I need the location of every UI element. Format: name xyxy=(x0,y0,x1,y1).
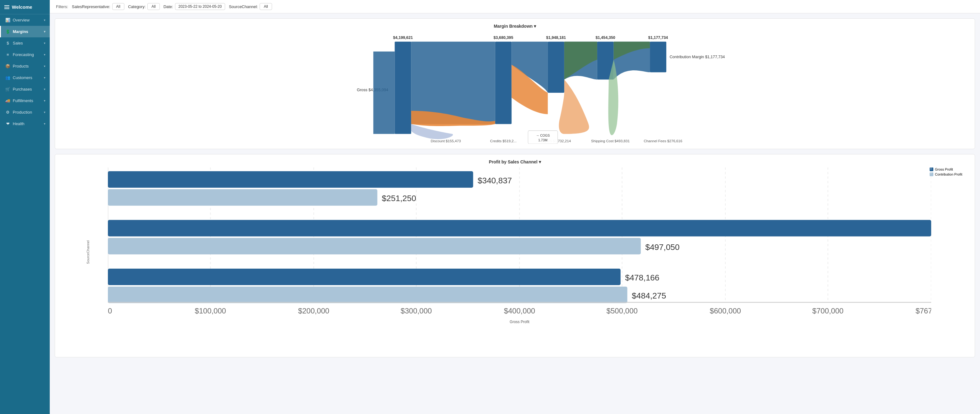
sidebar-item-forecasting[interactable]: ≡ Forecasting ▾ xyxy=(0,49,50,61)
svg-rect-33 xyxy=(108,220,931,237)
svg-text:$1,454,350: $1,454,350 xyxy=(595,35,615,40)
svg-text:Contribution Margin $1,177,734: Contribution Margin $1,177,734 xyxy=(670,55,725,59)
filter-btn-2[interactable]: 2023-05-22 to 2024-05-20 xyxy=(175,3,225,10)
svg-rect-4 xyxy=(548,42,564,93)
svg-text:$484,275: $484,275 xyxy=(632,291,666,301)
sidebar-arrow-customers: ▾ xyxy=(44,76,45,79)
sales-icon: $ xyxy=(5,41,10,45)
sidebar-label-sales: Sales xyxy=(13,41,41,45)
fulfillments-icon: 🚚 xyxy=(5,98,10,103)
sidebar-item-fulfillments[interactable]: 🚚 Fulfillments ▾ xyxy=(0,95,50,107)
svg-rect-31 xyxy=(108,189,377,206)
sidebar-label-fulfillments: Fulfillments xyxy=(13,98,41,103)
svg-text:$497,050: $497,050 xyxy=(645,243,679,252)
sidebar-item-health[interactable]: ❤ Health ▾ xyxy=(0,118,50,129)
svg-rect-8 xyxy=(650,42,666,72)
filter-btn-1[interactable]: All xyxy=(147,3,159,10)
products-icon: 📦 xyxy=(5,64,10,69)
svg-text:Credits $519,2...: Credits $519,2... xyxy=(490,139,516,143)
sidebar-header[interactable]: Welcome xyxy=(0,0,50,14)
health-icon: ❤ xyxy=(5,121,10,126)
svg-text:$251,250: $251,250 xyxy=(382,193,416,203)
filter-name-0: SalesRepresentative: xyxy=(72,4,110,9)
sidebar-label-margins: Margins xyxy=(13,29,41,34)
svg-text:$400,000: $400,000 xyxy=(504,307,535,315)
svg-text:$700,000: $700,000 xyxy=(812,307,843,315)
svg-text:$600,000: $600,000 xyxy=(710,307,741,315)
sidebar-label-forecasting: Forecasting xyxy=(13,52,41,57)
sidebar-arrow-forecasting: ▾ xyxy=(44,53,45,56)
svg-text:→ COGS: → COGS xyxy=(536,134,550,137)
sidebar-item-margins[interactable]: 💲 Margins ▾ xyxy=(0,26,50,37)
sidebar-item-overview[interactable]: 📊 Overview ▾ xyxy=(0,14,50,26)
svg-rect-17 xyxy=(528,131,557,144)
svg-rect-37 xyxy=(108,269,620,285)
main-content: Filters: SalesRepresentative: All Catego… xyxy=(50,0,980,414)
svg-text:$0: $0 xyxy=(108,307,112,315)
sidebar-label-customers: Customers xyxy=(13,75,41,80)
svg-text:Discount $155,473: Discount $155,473 xyxy=(431,139,461,143)
sankey-chart: $4,199,621 $3,680,395 $1,948,181 $1,454,… xyxy=(61,32,969,144)
sidebar-item-sales[interactable]: $ Sales ▾ xyxy=(0,37,50,49)
sidebar-arrow-production: ▾ xyxy=(44,110,45,114)
svg-rect-29 xyxy=(108,171,473,188)
margins-icon: 💲 xyxy=(5,29,10,34)
sankey-title: Margin Breakdown ▾ xyxy=(61,24,969,29)
svg-text:$478,166: $478,166 xyxy=(625,273,659,282)
sidebar-arrow-fulfillments: ▾ xyxy=(44,99,45,102)
sidebar-label-purchases: Purchases xyxy=(13,87,41,91)
sidebar-arrow-purchases: ▾ xyxy=(44,88,45,91)
filters-label: Filters: xyxy=(56,4,68,9)
app-title: Welcome xyxy=(12,4,32,10)
filter-items: SalesRepresentative: All Category: All D… xyxy=(72,3,272,10)
svg-text:$1,177,734: $1,177,734 xyxy=(648,35,668,40)
overview-icon: 📊 xyxy=(5,18,10,22)
sidebar-arrow-margins: ▾ xyxy=(44,30,45,33)
sidebar-item-production[interactable]: ⚙ Production ▾ xyxy=(0,107,50,118)
svg-text:$1,948,181: $1,948,181 xyxy=(546,35,566,40)
filter-group-1: Category: All xyxy=(128,3,160,10)
svg-rect-39 xyxy=(108,287,627,303)
svg-text:$100,000: $100,000 xyxy=(195,307,226,315)
customers-icon: 👥 xyxy=(5,75,10,80)
filter-group-2: Date: 2023-05-22 to 2024-05-20 xyxy=(164,3,226,10)
bar-chart-svg: $340,837 $251,250 $767,609 $497,050 $478… xyxy=(108,168,931,317)
sidebar-arrow-overview: ▾ xyxy=(44,18,45,22)
svg-text:Channel Fees $276,616: Channel Fees $276,616 xyxy=(644,139,682,143)
sankey-panel: Margin Breakdown ▾ $4,199,621 $3,680,395… xyxy=(55,18,975,149)
svg-rect-2 xyxy=(495,42,511,124)
sidebar-label-production: Production xyxy=(13,110,41,115)
sidebar-arrow-products: ▾ xyxy=(44,64,45,68)
svg-text:$200,000: $200,000 xyxy=(298,307,329,315)
sidebar-item-purchases[interactable]: 🛒 Purchases ▾ xyxy=(0,83,50,95)
bar-chart-area: Gross Profit Contribution Profit SourceC… xyxy=(61,168,969,352)
sidebar-label-overview: Overview xyxy=(13,18,41,22)
sidebar-arrow-sales: ▾ xyxy=(44,42,45,45)
filter-bar: Filters: SalesRepresentative: All Catego… xyxy=(50,0,980,13)
filter-group-0: SalesRepresentative: All xyxy=(72,3,124,10)
svg-text:$340,837: $340,837 xyxy=(477,176,512,185)
svg-rect-0 xyxy=(395,42,411,134)
svg-text:$4,199,621: $4,199,621 xyxy=(393,35,413,40)
hamburger-icon[interactable] xyxy=(4,5,10,9)
filter-name-2: Date: xyxy=(164,4,173,9)
x-axis-label: Gross Profit xyxy=(108,320,931,324)
sidebar: Welcome 📊 Overview ▾ 💲 Margins ▾ $ Sales… xyxy=(0,0,50,414)
filter-btn-0[interactable]: All xyxy=(112,3,124,10)
svg-rect-35 xyxy=(108,238,641,254)
svg-text:Shipping Cost $493,831: Shipping Cost $493,831 xyxy=(591,139,630,143)
svg-text:1.73M: 1.73M xyxy=(538,138,547,142)
content-area: Margin Breakdown ▾ $4,199,621 $3,680,395… xyxy=(50,13,980,414)
filter-group-3: SourceChannel: All xyxy=(229,3,272,10)
svg-text:$500,000: $500,000 xyxy=(606,307,638,315)
sidebar-item-products[interactable]: 📦 Products ▾ xyxy=(0,61,50,72)
svg-text:$300,000: $300,000 xyxy=(401,307,432,315)
sidebar-item-customers[interactable]: 👥 Customers ▾ xyxy=(0,72,50,83)
filter-btn-3[interactable]: All xyxy=(259,3,272,10)
bar-chart-title: Profit by Sales Channel ▾ xyxy=(61,159,969,165)
production-icon: ⚙ xyxy=(5,110,10,115)
bar-chart-panel: Profit by Sales Channel ▾ Gross Profit C… xyxy=(55,154,975,357)
filter-name-3: SourceChannel: xyxy=(229,4,258,9)
sidebar-label-health: Health xyxy=(13,121,41,126)
filter-name-1: Category: xyxy=(128,4,145,9)
